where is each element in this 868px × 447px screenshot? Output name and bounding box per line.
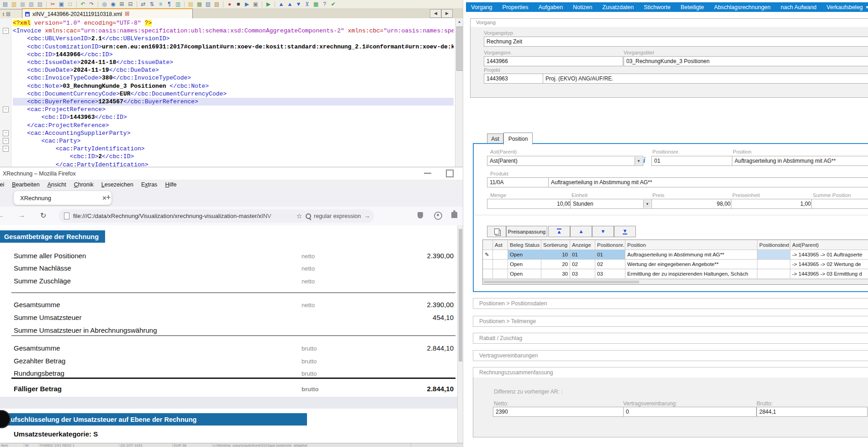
grid-cell[interactable] <box>493 250 508 260</box>
new-file-icon[interactable]: ▤ <box>2 1 9 8</box>
zoom-out-icon[interactable]: ⊟ <box>127 1 134 8</box>
grid-cell[interactable] <box>493 269 508 279</box>
accordion-vertragsvereinbarungen[interactable]: Vertragsvereinbarungen <box>473 350 868 361</box>
accordion-rabatt-zuschlag[interactable]: Rabatt / Zuschlag <box>473 333 868 344</box>
projekt-nr-field[interactable]: 1443963 <box>484 74 546 84</box>
play-macro-icon[interactable]: ▶ <box>243 1 250 8</box>
function-list-icon[interactable]: ▤ <box>187 1 194 8</box>
print-icon[interactable]: ▨ <box>37 1 43 8</box>
grid-header-Ast[interactable]: Ast <box>493 240 508 250</box>
chevron-down-icon[interactable]: ▼ <box>635 157 642 165</box>
chevron-down-icon[interactable]: ▼ <box>865 5 868 10</box>
grid-hscrollbar-thumb[interactable] <box>484 281 639 283</box>
fold-toggle-icon[interactable]: − <box>3 28 9 34</box>
grid-cell[interactable] <box>757 269 790 279</box>
grid-header-Sortierung[interactable]: Sortierung <box>541 240 570 250</box>
find-icon[interactable]: ◎ <box>101 1 108 8</box>
erp-tab-properties[interactable]: Properties <box>498 4 534 11</box>
tab-scroll-right-button[interactable]: ▶ <box>441 9 453 18</box>
grid-header-Positionstext[interactable]: Positionstext <box>757 240 790 250</box>
move-up-button[interactable]: ▲ <box>570 226 592 237</box>
fold-toggle-icon[interactable]: − <box>3 106 9 112</box>
maximize-icon[interactable] <box>446 170 454 177</box>
shield-icon[interactable] <box>418 212 423 218</box>
folder-workspace-icon[interactable]: ▨ <box>213 1 220 8</box>
doc-switcher-icon[interactable]: ▧ <box>205 1 212 8</box>
info-icon[interactable]: i <box>643 156 645 165</box>
replace-icon[interactable]: ◉ <box>110 1 116 8</box>
vorgangsnr-field[interactable]: 1443966 <box>484 56 623 66</box>
menu-item-chronik[interactable]: Chronik <box>74 181 94 188</box>
erp-tab-abschlagsrechnungen[interactable]: Abschlagsrechnungen <box>709 4 776 11</box>
erp-tab-aufgaben[interactable]: Aufgaben <box>534 4 568 11</box>
netto-field[interactable]: 2390 <box>493 407 624 417</box>
grid-cell[interactable]: 10 <box>541 250 570 260</box>
zoom-in-icon[interactable]: ⊞ <box>118 1 125 8</box>
tab-position[interactable]: Position <box>503 133 533 145</box>
grid-cell[interactable]: 30 <box>541 269 570 279</box>
grid-hscrollbar[interactable] <box>483 279 868 284</box>
chevron-down-icon[interactable]: ▼ <box>643 200 651 208</box>
produkt-name-field[interactable]: Auftragserteilung in Abstimmung mit AG** <box>548 177 868 187</box>
editor-scrollbar-thumb[interactable] <box>456 27 463 71</box>
scroll-up-icon[interactable]: ▲ <box>455 18 463 26</box>
tab-close-icon[interactable]: ☒ <box>6 11 11 17</box>
run-icon[interactable]: ▶ <box>265 1 272 8</box>
fold-toggle-icon[interactable]: − <box>3 138 9 144</box>
browser-tab[interactable]: XRechnung ✕ <box>14 191 111 205</box>
indent-guide-icon[interactable]: ▥ <box>175 1 181 8</box>
move-down-button[interactable]: ▼ <box>592 226 614 237</box>
check-icon[interactable]: ✔ <box>330 1 337 8</box>
erp-tab-verkaufsbeleg[interactable]: Verkaufsbeleg▼ <box>821 4 868 11</box>
grid-cell[interactable] <box>493 260 508 269</box>
projekt-name-field[interactable]: Proj. (EKVO) ANG/AUF/RE. <box>543 74 868 84</box>
xml-editor[interactable]: −−−−− <?xml version="1.0" encoding="UTF-… <box>0 18 463 167</box>
forward-icon[interactable]: → <box>18 211 26 219</box>
save-all-icon[interactable]: ▧ <box>28 1 35 8</box>
undo-icon[interactable]: ↶ <box>79 1 86 8</box>
grid-cell[interactable] <box>483 260 493 269</box>
erp-tab-vorgang[interactable]: Vorgang <box>466 4 498 11</box>
erp-tab-zusatzdaten[interactable]: Zusatzdaten <box>597 4 639 11</box>
notepad-tab-partial[interactable]: t ☒ <box>0 9 24 19</box>
copy-icon[interactable]: ▣ <box>58 1 65 8</box>
editor-scrollbar[interactable]: ▲ <box>455 18 463 167</box>
grid-cell[interactable]: 20 <box>541 260 570 269</box>
menge-field[interactable]: 10,00 <box>487 199 573 209</box>
menu-item-lesezeichen[interactable]: Lesezeichen <box>101 181 133 188</box>
open-folder-icon[interactable]: ▥ <box>11 1 17 8</box>
record-macro-icon[interactable]: ● <box>226 1 233 8</box>
fold-toggle-icon[interactable]: − <box>3 130 9 136</box>
menu-item-bearbeiten[interactable]: Bearbeiten <box>12 181 39 188</box>
grid-cell[interactable]: 03 <box>570 269 595 279</box>
new-tab-icon[interactable]: + <box>106 193 111 202</box>
erp-tab-notizen[interactable]: Notizen <box>568 4 597 11</box>
grid-header-Positionsnr.[interactable]: Positionsnr. <box>595 240 625 250</box>
summe-position-field[interactable] <box>811 199 868 209</box>
grid-cell[interactable] <box>483 269 493 279</box>
grid-cell[interactable]: Wertung der eingegebenen Angebote** <box>625 260 757 269</box>
search-go-icon[interactable]: → <box>364 213 370 219</box>
back-icon[interactable]: ← <box>0 211 5 219</box>
notepad-tab-active[interactable]: xINV_1443966-20241119110318.xml ☒ <box>22 8 193 19</box>
grid-cell[interactable]: -> 1443965 -> 02 Wertung de <box>790 260 868 269</box>
position-field[interactable]: Auftragserteilung in Abstimmung mit AG** <box>732 156 868 166</box>
grid-header-Position[interactable]: Position <box>625 240 757 250</box>
redo-icon[interactable]: ↷ <box>88 1 95 8</box>
minimize-icon[interactable] <box>424 173 431 174</box>
vertragsvereinbarung-field[interactable]: 0 <box>623 407 757 417</box>
move-bottom-button[interactable]: ▼ <box>614 226 636 237</box>
grid-cell[interactable]: Open <box>508 250 541 260</box>
copy-row-button[interactable] <box>487 226 506 237</box>
save-icon[interactable]: ▦ <box>19 1 26 8</box>
doc-map-icon[interactable]: ▦ <box>196 1 203 8</box>
move-top-button[interactable]: ▲ <box>548 226 570 237</box>
show-symbols-icon[interactable]: ¶ <box>166 1 173 8</box>
grid-cell[interactable]: Open <box>508 260 541 269</box>
preisanpassung-button[interactable]: Preisanpassung <box>506 226 547 237</box>
paste-icon[interactable]: □ <box>67 1 74 8</box>
page-scrollbar[interactable] <box>457 225 463 447</box>
search-bar[interactable]: regular expression such → <box>302 209 374 223</box>
fold-toggle-icon[interactable]: − <box>3 146 9 152</box>
positionsnr-field[interactable]: 01 <box>651 156 736 166</box>
